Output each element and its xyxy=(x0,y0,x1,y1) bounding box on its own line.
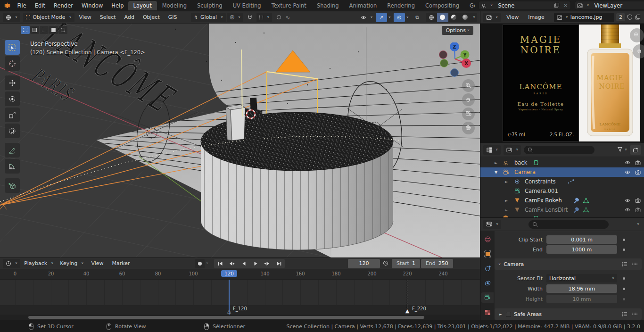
scene-selector[interactable]: ∨ Scene × xyxy=(479,1,571,10)
workspace-tab-layout[interactable]: Layout xyxy=(128,1,157,10)
camera-data-name[interactable]: Camera.001 xyxy=(525,188,558,194)
drag-grip-icon[interactable] xyxy=(632,312,638,316)
sensor-width-field[interactable]: 18.96 mm xyxy=(546,284,617,293)
clip-start-field[interactable]: 0.001 m xyxy=(546,235,617,244)
tab-constraints[interactable] xyxy=(481,278,494,288)
menu-image-view[interactable]: View xyxy=(503,14,522,20)
tool-cursor[interactable] xyxy=(5,56,20,71)
jump-to-end-button[interactable] xyxy=(273,259,285,268)
perspective-toggle-button[interactable] xyxy=(462,122,475,134)
frame-end-field[interactable]: End250 xyxy=(421,259,453,268)
panel-menu-icon[interactable] xyxy=(622,261,628,267)
zoom-button[interactable] xyxy=(462,79,475,92)
expand-icon[interactable]: ► xyxy=(504,208,509,212)
workspace-tab-geometry-nodes[interactable]: Geometry Nodes xyxy=(464,1,475,10)
tool-scale[interactable] xyxy=(5,108,20,122)
animate-dot[interactable] xyxy=(623,249,625,251)
filter-funnel-icon[interactable] xyxy=(617,147,623,153)
menu-render[interactable]: Render xyxy=(50,2,77,9)
axis-neg-y-ball[interactable] xyxy=(440,59,448,67)
mode-dropdown[interactable]: Object Mode ∨ xyxy=(23,13,74,22)
tool-add-cube[interactable] xyxy=(5,178,20,193)
object-name[interactable]: CamFx Bokeh xyxy=(525,197,562,204)
shading-solid-button[interactable] xyxy=(437,13,448,22)
tab-physics[interactable] xyxy=(481,263,494,274)
workspace-tab-uv-editing[interactable]: UV Editing xyxy=(228,1,266,10)
timeline-view-menu[interactable]: View xyxy=(87,260,107,266)
hide-viewport-icon[interactable] xyxy=(625,169,630,175)
image-pan-button[interactable] xyxy=(633,44,644,58)
snap-dropdown[interactable]: ⦿ ∨ xyxy=(227,13,243,22)
select-circle-button[interactable] xyxy=(40,26,49,34)
menu-help[interactable]: Help xyxy=(107,2,128,9)
editor-type-button[interactable]: ∨ xyxy=(3,13,20,22)
shading-material-button[interactable] xyxy=(448,13,460,22)
constraints-label[interactable]: Constraints xyxy=(525,178,556,185)
sensor-height-field[interactable]: 10 mm xyxy=(546,295,617,303)
workspace-tab-sculpting[interactable]: Sculpting xyxy=(192,1,228,10)
outliner-display-mode[interactable]: ∨ xyxy=(483,145,501,155)
collapse-icon[interactable]: ▼ xyxy=(494,170,498,174)
expand-icon[interactable]: ► xyxy=(504,199,509,203)
expand-icon[interactable]: ► xyxy=(504,180,509,184)
outliner-row-camfx-bokeh[interactable]: ► CamFx Bokeh xyxy=(480,196,644,205)
safe-areas-panel-header[interactable]: ► Safe Areas xyxy=(495,308,642,320)
menu-object[interactable]: Object xyxy=(139,14,164,20)
image-zoom-button[interactable] xyxy=(630,28,644,42)
timeline-editor-type[interactable]: ∨ xyxy=(3,259,20,268)
options-button[interactable]: Options∨ xyxy=(442,26,473,35)
axis-neg-z-ball[interactable] xyxy=(451,69,459,77)
outliner-search-input[interactable] xyxy=(524,146,594,154)
workspace-tab-animation[interactable]: Animation xyxy=(344,1,382,10)
drag-grip-icon[interactable] xyxy=(632,262,638,266)
animate-dot[interactable] xyxy=(623,298,625,300)
workspace-tab-texture-paint[interactable]: Texture Paint xyxy=(266,1,312,10)
select-extend-button[interactable] xyxy=(58,26,67,34)
shading-wireframe-button[interactable] xyxy=(426,13,437,22)
image-users-count[interactable]: 2 xyxy=(616,13,625,21)
hide-viewport-icon[interactable] xyxy=(625,160,630,166)
hide-viewport-icon[interactable] xyxy=(625,207,630,213)
prev-keyframe-button[interactable] xyxy=(226,259,238,268)
select-lasso-button[interactable] xyxy=(49,26,58,34)
fake-user-shield-icon[interactable] xyxy=(627,14,633,20)
viewlayer-name[interactable]: ViewLayer xyxy=(592,2,644,9)
pan-button[interactable] xyxy=(462,93,475,106)
camera-panel-header[interactable]: ∨ Camera xyxy=(495,258,642,270)
object-name[interactable]: Camera xyxy=(514,169,536,175)
snap-with-dropdown[interactable]: ∨ xyxy=(256,13,272,22)
new-scene-icon[interactable] xyxy=(554,2,560,8)
tool-rotate[interactable] xyxy=(5,91,20,106)
outliner-row-back[interactable]: ► back xyxy=(480,158,644,167)
render-disabled-icon[interactable] xyxy=(635,207,641,213)
disable-render-icon[interactable] xyxy=(635,160,641,166)
tab-world[interactable] xyxy=(481,234,494,244)
animate-dot[interactable] xyxy=(623,288,625,290)
hide-viewport-icon[interactable] xyxy=(625,198,630,203)
play-button[interactable] xyxy=(249,259,261,268)
menu-select[interactable]: Select xyxy=(96,14,120,20)
sensor-fit-dropdown[interactable]: Horizontal∨ xyxy=(546,274,617,282)
auto-keying-button[interactable] xyxy=(195,259,205,268)
blender-logo-icon[interactable]: 🕷︎ xyxy=(5,2,10,9)
show-overlays-toggle[interactable]: ◎ xyxy=(394,13,405,22)
tool-transform[interactable] xyxy=(5,124,20,138)
play-reverse-button[interactable] xyxy=(238,259,249,268)
3d-viewport[interactable]: LANCÔME PARIS xyxy=(0,24,480,257)
select-box-button[interactable] xyxy=(30,26,39,34)
workspace-tab-modeling[interactable]: Modeling xyxy=(157,1,192,10)
menu-window[interactable]: Window xyxy=(77,2,107,9)
keying-menu[interactable]: Keying∨ xyxy=(57,259,86,268)
menu-file[interactable]: File xyxy=(13,2,31,9)
reference-image[interactable]: MAGIENOIRE LANCÔME PARIS Eau de Toilette… xyxy=(503,25,640,141)
image-editor-type-button[interactable]: ∨ xyxy=(483,13,501,22)
properties-options-icon[interactable]: ∨ xyxy=(637,223,639,226)
object-name[interactable]: back xyxy=(514,159,527,166)
clip-end-field[interactable]: 1000 m xyxy=(546,245,617,254)
animate-dot[interactable] xyxy=(623,277,625,280)
jump-to-start-button[interactable] xyxy=(214,259,226,268)
workspace-tab-shading[interactable]: Shading xyxy=(312,1,344,10)
menu-view[interactable]: View xyxy=(75,14,95,20)
image-datablock-field[interactable]: ∨ lancome.jpg xyxy=(554,13,614,22)
tab-texture[interactable] xyxy=(481,307,494,317)
